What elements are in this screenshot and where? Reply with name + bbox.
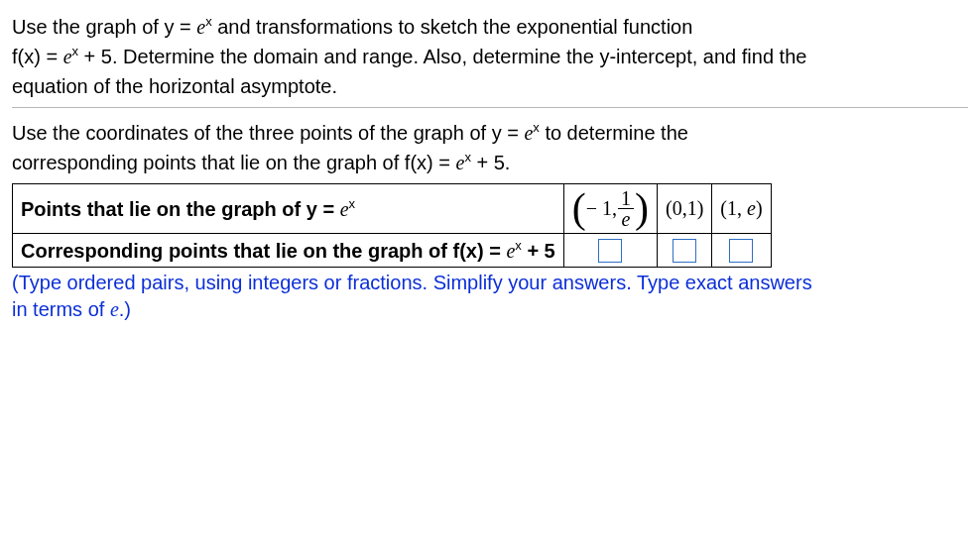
- section-text-1a: Use the coordinates of the three points …: [12, 122, 524, 144]
- point-3-cell: (1, e): [712, 184, 771, 234]
- point-2-cell: (0,1): [658, 184, 712, 234]
- section-text-1b: to determine the: [540, 122, 688, 144]
- fraction-denominator: e: [618, 209, 634, 229]
- e-symbol: e: [524, 122, 533, 144]
- section-text-2a: corresponding points that lie on the gra…: [12, 152, 456, 173]
- point-3-b: ): [756, 197, 763, 219]
- answer-input-2[interactable]: [673, 239, 696, 263]
- left-paren: (: [572, 192, 586, 226]
- right-paren: ): [635, 192, 649, 226]
- answer-input-3[interactable]: [729, 239, 753, 263]
- fraction-numerator: 1: [618, 188, 634, 209]
- points-table: Points that lie on the graph of y = ex (…: [12, 183, 772, 268]
- answer-2-cell: [658, 234, 712, 268]
- e-symbol: e: [340, 198, 349, 220]
- exponent-x: x: [349, 196, 356, 211]
- intro-text-2b: + 5. Determine the domain and range. Als…: [78, 46, 806, 67]
- row2-label-text: Corresponding points that lie on the gra…: [21, 240, 506, 262]
- intro-text-1: Use the graph of y =: [12, 16, 196, 38]
- hint-line2b: .): [119, 298, 131, 320]
- answer-hint: (Type ordered pairs, using integers or f…: [12, 270, 968, 323]
- table-row: Corresponding points that lie on the gra…: [13, 234, 772, 268]
- point-2-text: (0,1): [666, 197, 703, 219]
- fraction: 1 e: [618, 188, 634, 229]
- answer-input-1[interactable]: [598, 239, 622, 263]
- section-intro: Use the coordinates of the three points …: [12, 118, 968, 177]
- intro-text-3: equation of the horizontal asymptote.: [12, 75, 337, 97]
- divider: [12, 107, 968, 108]
- row2-label: Corresponding points that lie on the gra…: [13, 234, 564, 268]
- row1-label: Points that lie on the graph of y = ex: [13, 184, 564, 234]
- answer-1-cell: [563, 234, 657, 268]
- answer-3-cell: [712, 234, 771, 268]
- e-symbol: e: [63, 46, 72, 67]
- intro-text-1b: and transformations to sketch the expone…: [212, 16, 693, 38]
- point-1-cell: ( − 1, 1 e ): [563, 184, 657, 234]
- point-3-a: (1,: [720, 197, 747, 219]
- e-symbol: e: [506, 240, 515, 262]
- e-symbol: e: [110, 298, 119, 320]
- problem-intro: Use the graph of y = ex and transformati…: [12, 12, 968, 101]
- e-symbol: e: [747, 197, 756, 219]
- table-row: Points that lie on the graph of y = ex (…: [13, 184, 772, 234]
- point-1-prefix: − 1,: [586, 197, 617, 220]
- intro-text-2a: f(x) =: [12, 46, 63, 67]
- hint-line2a: in terms of: [12, 298, 110, 320]
- section-text-2b: + 5.: [471, 152, 510, 173]
- e-symbol: e: [196, 16, 205, 38]
- hint-line1: (Type ordered pairs, using integers or f…: [12, 272, 812, 293]
- row1-label-text: Points that lie on the graph of y =: [21, 198, 340, 220]
- row2-label-text-b: + 5: [522, 240, 555, 262]
